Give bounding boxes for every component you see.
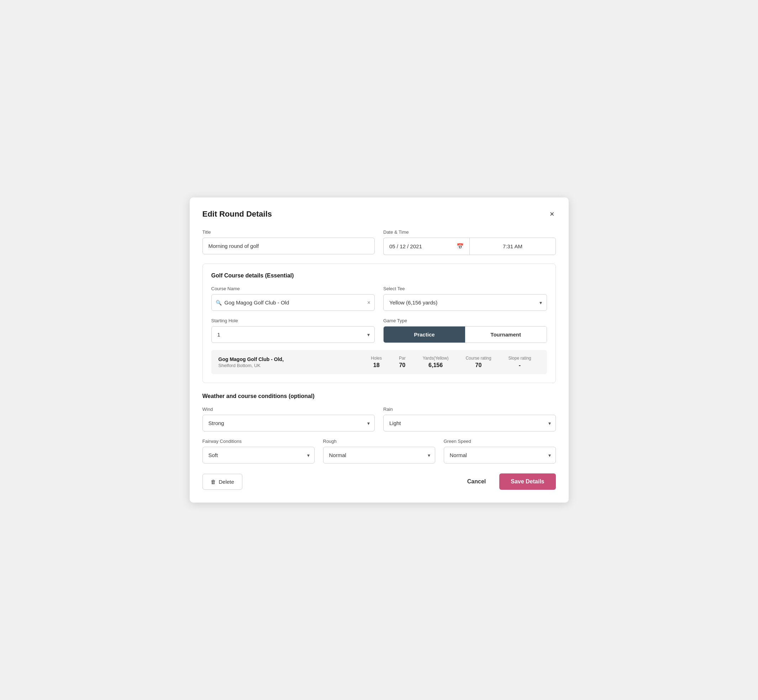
fairway-dropdown[interactable]: SoftNormalFirm [202, 447, 315, 464]
date-input[interactable]: 05 / 12 / 2021 📅 [383, 238, 469, 255]
course-name-clear-button[interactable]: × [367, 300, 370, 306]
delete-button[interactable]: 🗑 Delete [202, 474, 242, 490]
tournament-button[interactable]: Tournament [465, 327, 547, 342]
game-type-group: Game Type Practice Tournament [383, 318, 547, 343]
select-tee-group: Select Tee Yellow (6,156 yards) White (6… [383, 286, 547, 311]
green-speed-group: Green Speed SlowNormalFast ▾ [444, 439, 556, 464]
starting-hole-game-type-row: Starting Hole 1234 5678 910 ▾ Game Type … [211, 318, 547, 343]
wind-group: Wind CalmBreezyStrong ▾ [202, 406, 375, 431]
select-tee-label: Select Tee [383, 286, 547, 291]
select-tee-wrap: Yellow (6,156 yards) White (6,600 yards)… [383, 294, 547, 311]
title-input[interactable] [202, 238, 375, 254]
fairway-rough-green-row: Fairway Conditions SoftNormalFirm ▾ Roug… [202, 439, 556, 464]
wind-rain-row: Wind CalmBreezyStrong ▾ Rain NoneLightMo… [202, 406, 556, 431]
title-datetime-row: Title Date & Time 05 / 12 / 2021 📅 7:31 … [202, 230, 556, 255]
edit-round-modal: Edit Round Details × Title Date & Time 0… [190, 197, 568, 503]
course-stat-slope-rating: Slope rating - [500, 356, 539, 369]
practice-button[interactable]: Practice [384, 327, 465, 342]
course-name-group: Course Name 🔍 × [211, 286, 375, 311]
rain-group: Rain NoneLightModerateHeavy ▾ [383, 406, 556, 431]
date-value: 05 / 12 / 2021 [389, 243, 422, 249]
starting-hole-label: Starting Hole [211, 318, 375, 323]
footer-right-buttons: Cancel Save Details [461, 473, 556, 490]
wind-select-wrap: CalmBreezyStrong ▾ [202, 415, 375, 431]
course-info-location: Shelford Bottom, UK [219, 363, 363, 368]
game-type-toggle: Practice Tournament [383, 326, 547, 343]
course-stat-course-rating: Course rating 70 [457, 356, 500, 369]
course-stat-holes: Holes 18 [362, 356, 390, 369]
course-stat-yards: Yards(Yellow) 6,156 [414, 356, 457, 369]
course-name-input[interactable] [211, 294, 375, 311]
datetime-field-group: Date & Time 05 / 12 / 2021 📅 7:31 AM [383, 230, 556, 255]
rain-select-wrap: NoneLightModerateHeavy ▾ [383, 415, 556, 431]
rough-label: Rough [323, 439, 435, 444]
green-speed-label: Green Speed [444, 439, 556, 444]
course-name-label: Course Name [211, 286, 375, 291]
course-info-bar: Gog Magog Golf Club - Old, Shelford Bott… [211, 350, 547, 374]
title-field-group: Title [202, 230, 375, 255]
fairway-label: Fairway Conditions [202, 439, 315, 444]
green-speed-dropdown[interactable]: SlowNormalFast [444, 447, 556, 464]
modal-footer: 🗑 Delete Cancel Save Details [202, 473, 556, 490]
close-button[interactable]: × [548, 209, 556, 219]
course-info-name-group: Gog Magog Golf Club - Old, Shelford Bott… [219, 356, 363, 368]
course-name-tee-row: Course Name 🔍 × Select Tee Yellow (6,156… [211, 286, 547, 311]
rain-label: Rain [383, 406, 556, 412]
save-button[interactable]: Save Details [499, 473, 556, 490]
game-type-label: Game Type [383, 318, 547, 323]
rough-dropdown[interactable]: ShortNormalLong [323, 447, 435, 464]
title-label: Title [202, 230, 375, 235]
wind-label: Wind [202, 406, 375, 412]
calendar-icon: 📅 [457, 243, 464, 250]
fairway-select-wrap: SoftNormalFirm ▾ [202, 447, 315, 464]
starting-hole-dropdown[interactable]: 1234 5678 910 [211, 326, 375, 343]
golf-course-title: Golf Course details (Essential) [211, 272, 547, 279]
rain-dropdown[interactable]: NoneLightModerateHeavy [383, 415, 556, 431]
time-value: 7:31 AM [503, 243, 522, 249]
green-speed-select-wrap: SlowNormalFast ▾ [444, 447, 556, 464]
weather-section-title: Weather and course conditions (optional) [202, 393, 556, 400]
rough-select-wrap: ShortNormalLong ▾ [323, 447, 435, 464]
wind-dropdown[interactable]: CalmBreezyStrong [202, 415, 375, 431]
trash-icon: 🗑 [211, 479, 216, 485]
fairway-group: Fairway Conditions SoftNormalFirm ▾ [202, 439, 315, 464]
weather-section: Weather and course conditions (optional)… [202, 393, 556, 464]
course-stat-par: Par 70 [390, 356, 414, 369]
course-info-name: Gog Magog Golf Club - Old, [219, 356, 363, 362]
search-icon: 🔍 [216, 300, 222, 306]
golf-course-section: Golf Course details (Essential) Course N… [202, 264, 556, 383]
modal-header: Edit Round Details × [202, 209, 556, 219]
rough-group: Rough ShortNormalLong ▾ [323, 439, 435, 464]
course-name-search-wrap: 🔍 × [211, 294, 375, 311]
select-tee-dropdown[interactable]: Yellow (6,156 yards) White (6,600 yards)… [383, 294, 547, 311]
datetime-label: Date & Time [383, 230, 556, 235]
starting-hole-wrap: 1234 5678 910 ▾ [211, 326, 375, 343]
modal-title: Edit Round Details [202, 209, 272, 219]
starting-hole-group: Starting Hole 1234 5678 910 ▾ [211, 318, 375, 343]
cancel-button[interactable]: Cancel [461, 474, 492, 489]
date-time-inputs: 05 / 12 / 2021 📅 7:31 AM [383, 238, 556, 255]
time-input[interactable]: 7:31 AM [469, 238, 556, 255]
